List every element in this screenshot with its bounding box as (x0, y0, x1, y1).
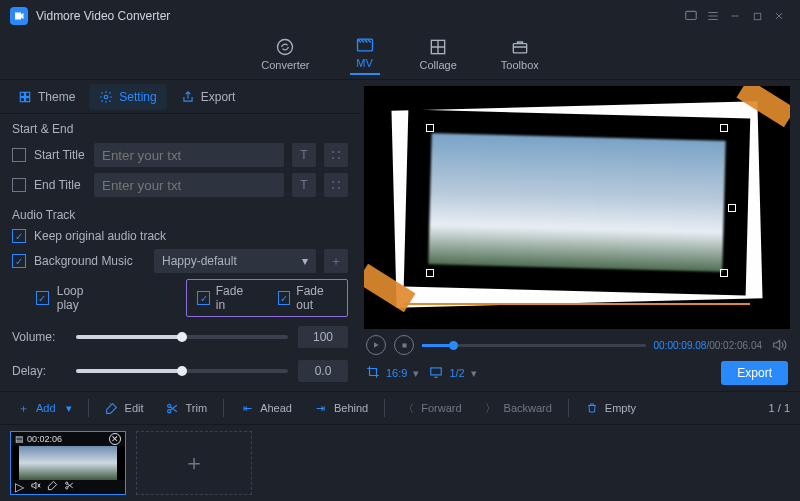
section-audio-track: Audio Track (0, 200, 360, 226)
mute-clip-icon[interactable] (30, 480, 41, 494)
video-preview[interactable] (364, 86, 790, 329)
feedback-icon[interactable] (680, 5, 702, 27)
svg-rect-7 (26, 92, 30, 96)
crop-handle[interactable] (426, 269, 434, 277)
crop-handle[interactable] (426, 124, 434, 132)
start-title-checkbox[interactable] (12, 148, 26, 162)
tab-export[interactable]: Export (171, 84, 246, 110)
delay-label: Delay: (12, 364, 66, 378)
nav-collage[interactable]: Collage (416, 35, 461, 75)
nav-toolbox[interactable]: Toolbox (497, 35, 543, 75)
tab-setting[interactable]: Setting (89, 84, 166, 110)
trim-button[interactable]: Trim (160, 397, 214, 419)
svg-rect-8 (20, 97, 24, 101)
text-style-icon[interactable]: T (292, 173, 316, 197)
edit-clip-icon[interactable] (47, 480, 58, 494)
svg-rect-20 (431, 368, 442, 375)
add-clip-button[interactable]: ＋ (136, 431, 252, 495)
forward-button[interactable]: 〈Forward (395, 397, 467, 419)
text-align-icon[interactable] (324, 143, 348, 167)
svg-rect-5 (513, 44, 526, 53)
edit-button[interactable]: Edit (99, 397, 150, 419)
backward-button[interactable]: 〉Backward (478, 397, 558, 419)
minimize-icon[interactable] (724, 5, 746, 27)
svg-point-10 (105, 95, 109, 99)
add-button[interactable]: ＋Add▾ (10, 397, 78, 419)
export-icon (181, 90, 195, 104)
scissors-icon (166, 401, 180, 415)
bg-music-checkbox[interactable]: ✓ (12, 254, 26, 268)
text-style-icon[interactable]: T (292, 143, 316, 167)
loop-label: Loop play (57, 284, 104, 312)
svg-point-15 (333, 182, 334, 183)
nav-mv[interactable]: MV (350, 33, 380, 75)
trim-clip-icon[interactable] (64, 480, 75, 494)
export-button[interactable]: Export (721, 361, 788, 385)
delay-slider[interactable] (76, 369, 288, 373)
end-title-input[interactable] (94, 173, 284, 197)
plus-icon: ＋ (183, 448, 205, 478)
fade-out-checkbox[interactable]: ✓ (278, 291, 290, 305)
text-align-icon[interactable] (324, 173, 348, 197)
crop-handle[interactable] (728, 204, 736, 212)
add-music-button[interactable]: ＋ (324, 249, 348, 273)
ahead-button[interactable]: ⇤Ahead (234, 397, 298, 419)
keep-original-label: Keep original audio track (34, 229, 166, 243)
svg-point-16 (339, 182, 340, 183)
chevron-down-icon: ▾ (413, 367, 419, 380)
clip-thumbnail[interactable]: ▤00:02:06 ✕ ▷ (10, 431, 126, 495)
tab-theme[interactable]: Theme (8, 84, 85, 110)
menu-icon[interactable] (702, 5, 724, 27)
nav-label: Toolbox (501, 59, 539, 71)
end-title-checkbox[interactable] (12, 178, 26, 192)
start-title-input[interactable] (94, 143, 284, 167)
svg-rect-9 (26, 97, 30, 101)
section-start-end: Start & End (0, 114, 360, 140)
mv-icon (354, 35, 376, 55)
screens-select[interactable]: 1/2 ▾ (429, 365, 476, 381)
clip-duration: 00:02:06 (27, 434, 62, 444)
play-button[interactable] (366, 335, 386, 355)
empty-button[interactable]: Empty (579, 397, 642, 419)
bg-music-select[interactable]: Happy-default ▾ (154, 249, 316, 273)
stop-button[interactable] (394, 335, 414, 355)
stripe-decoration (404, 303, 750, 305)
volume-icon[interactable] (770, 336, 788, 354)
svg-rect-19 (402, 343, 406, 347)
remove-clip-icon[interactable]: ✕ (109, 433, 121, 445)
maximize-icon[interactable] (746, 5, 768, 27)
end-title-label: End Title (34, 178, 86, 192)
fade-out-label: Fade out (296, 284, 337, 312)
delay-value[interactable]: 0.0 (298, 360, 348, 382)
svg-rect-1 (754, 13, 760, 19)
svg-point-2 (278, 40, 293, 55)
aspect-select[interactable]: 16:9 ▾ (366, 365, 419, 381)
close-icon[interactable] (768, 5, 790, 27)
svg-point-18 (339, 188, 340, 189)
volume-value[interactable]: 100 (298, 326, 348, 348)
loop-checkbox[interactable]: ✓ (36, 291, 49, 305)
wand-icon (105, 401, 119, 415)
forward-icon: 〈 (401, 401, 415, 415)
fade-in-checkbox[interactable]: ✓ (197, 291, 209, 305)
svg-point-11 (333, 152, 334, 153)
trash-icon (585, 401, 599, 415)
fade-highlight: ✓ Fade in ✓ Fade out (186, 279, 348, 317)
crop-handle[interactable] (720, 124, 728, 132)
keep-original-checkbox[interactable]: ✓ (12, 229, 26, 243)
svg-point-13 (333, 158, 334, 159)
play-clip-icon[interactable]: ▷ (15, 480, 24, 494)
page-count: 1 / 1 (769, 402, 790, 414)
seek-slider[interactable] (422, 344, 646, 347)
gear-icon (99, 90, 113, 104)
svg-point-24 (66, 487, 68, 489)
volume-slider[interactable] (76, 335, 288, 339)
nav-converter[interactable]: Converter (257, 35, 313, 75)
nav-label: MV (356, 57, 373, 69)
behind-button[interactable]: ⇥Behind (308, 397, 374, 419)
time-display: 00:00:09.08/00:02:06.04 (654, 340, 762, 351)
nav-label: Converter (261, 59, 309, 71)
crop-handle[interactable] (720, 269, 728, 277)
crop-icon (366, 365, 380, 381)
start-title-label: Start Title (34, 148, 86, 162)
